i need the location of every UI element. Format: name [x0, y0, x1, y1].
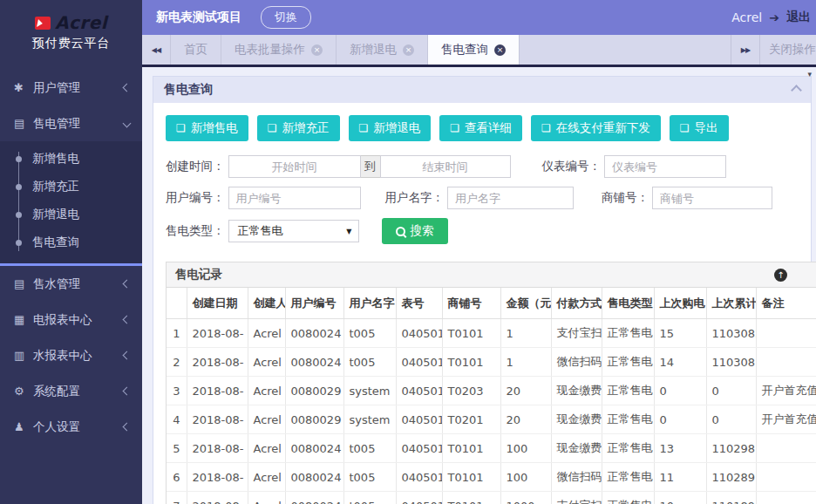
form-row-1: 创建时间： 到 仪表编号：: [166, 155, 799, 178]
arrow-circle-up-icon[interactable]: ↑: [774, 269, 787, 282]
search-button[interactable]: 搜索: [382, 218, 448, 244]
query-panel-title: 售电查询: [164, 82, 213, 98]
chevron-down-icon: [123, 119, 132, 128]
table-row[interactable]: 42018-08-Acrel0080029system04050102T0201…: [167, 405, 816, 434]
sidebar-item[interactable]: ▦电报表中心: [0, 302, 142, 337]
toolbar-button[interactable]: ❏新增售电: [166, 115, 248, 141]
tab-bar: ◀◀ 首页电表批量操作×新增退电×售电查询× ▶▶ 关闭操作: [142, 35, 816, 67]
sidebar-item[interactable]: ✱用户管理: [0, 70, 142, 106]
tab[interactable]: 电表批量操作×: [221, 35, 337, 65]
toolbar-button[interactable]: ❏在线支付重新下发: [531, 115, 661, 141]
tab-close-icon[interactable]: ×: [494, 44, 506, 56]
form-row-3: 售电类型： 正常售电 ▼ 搜索: [166, 218, 799, 244]
bullet-icon: [16, 240, 22, 246]
table-row[interactable]: 22018-08-Acrel0080024t00504050101T01011微…: [167, 348, 816, 377]
table-cell: 支付宝扫码: [551, 319, 602, 348]
form-row-2: 用户编号： 用户名字： 商铺号：: [166, 187, 799, 209]
table-cell: 支付宝扫码: [551, 492, 602, 504]
sidebar-item[interactable]: ▤售电管理: [0, 106, 142, 141]
shop-no-input[interactable]: [652, 187, 772, 209]
app-root: Acrel 预付费云平台 ✱用户管理▤售电管理新增售电新增充正新增退电售电查询▤…: [0, 0, 816, 504]
table-cell: 2018-08-: [187, 319, 248, 348]
query-panel-body: ❏新增售电❏新增充正❏新增退电❏查看详细❏在线支付重新下发❏导出 创建时间： 到…: [153, 103, 811, 504]
sale-type-select[interactable]: 正常售电 ▼: [228, 220, 359, 242]
close-operations-button[interactable]: 关闭操作: [760, 35, 816, 65]
search-icon: [396, 227, 405, 236]
caret-down-icon: ▼: [346, 228, 351, 235]
sidebar-item[interactable]: ⚙系统配置: [0, 373, 142, 409]
table-icon: ▦: [14, 313, 33, 326]
sidebar-subitem[interactable]: 新增售电: [0, 145, 142, 173]
tab[interactable]: 首页: [171, 35, 221, 65]
table-cell: 5: [167, 434, 187, 463]
user-name-input[interactable]: [447, 187, 574, 209]
start-time-input[interactable]: [228, 155, 361, 178]
tabs: 首页电表批量操作×新增退电×售电查询×: [170, 35, 520, 65]
table-cell: t005: [343, 463, 396, 492]
tabs-scroll-left-icon[interactable]: ◀◀: [142, 35, 170, 65]
table-cell: t005: [343, 434, 396, 463]
table-cell: 11: [654, 463, 706, 492]
tab-close-icon[interactable]: ×: [311, 44, 323, 56]
column-header: 用户编号: [285, 288, 343, 319]
tab-close-icon[interactable]: ×: [403, 44, 414, 56]
sidebar-subitem[interactable]: 新增充正: [0, 173, 142, 201]
tabbar-spacer: [520, 35, 731, 65]
table-cell: 1101891.: [706, 492, 756, 504]
logout-link[interactable]: 退出: [786, 10, 811, 25]
table-cell: 04050102: [396, 405, 442, 434]
table-cell: 2018-08-: [187, 348, 248, 377]
sidebar: Acrel 预付费云平台 ✱用户管理▤售电管理新增售电新增充正新增退电售电查询▤…: [0, 0, 142, 504]
table-cell: 正常售电: [602, 434, 654, 463]
meter-no-input[interactable]: [604, 155, 726, 178]
sidebar-subitem[interactable]: 新增退电: [0, 201, 142, 228]
table-cell: 04050102: [396, 377, 442, 405]
tab-label: 电表批量操作: [235, 42, 305, 58]
toolbar-button[interactable]: ❏查看详细: [439, 115, 522, 141]
toolbar-button[interactable]: ❏新增充正: [257, 115, 340, 141]
sidebar-item-label: 系统配置: [33, 384, 124, 399]
card-icon: ▤: [14, 117, 33, 130]
table-row[interactable]: 72018-08-Acrel0080024t00504050101T010110…: [167, 492, 816, 504]
table-cell: 04050101: [396, 463, 442, 492]
logout-icon[interactable]: ➔: [769, 10, 779, 24]
table-cell: 0: [706, 377, 756, 405]
table-cell: 正常售电: [602, 348, 654, 377]
collapse-panel-icon[interactable]: [791, 85, 802, 96]
corner-arrow-icon[interactable]: ▾: [807, 70, 812, 78]
table-row[interactable]: 52018-08-Acrel0080024t00504050101T010110…: [167, 434, 816, 463]
tabs-scroll-right-icon[interactable]: ▶▶: [731, 35, 760, 65]
sidebar-item-label: 个人设置: [33, 419, 124, 435]
column-header: 上次累计: [706, 288, 756, 319]
column-header: 创建人: [248, 288, 285, 319]
table-row[interactable]: 12018-08-Acrel0080024t00504050101T01011支…: [167, 319, 816, 348]
table-cell: 7: [167, 492, 187, 504]
sidebar-item[interactable]: ♟个人设置: [0, 409, 142, 445]
search-form: 创建时间： 到 仪表编号： 用户编号： 用户名字： 商铺号：: [153, 146, 811, 255]
table-cell: Acrel: [248, 463, 285, 492]
table-cell: [756, 492, 816, 504]
toolbar: ❏新增售电❏新增充正❏新增退电❏查看详细❏在线支付重新下发❏导出: [153, 103, 811, 146]
tab[interactable]: 新增退电×: [337, 35, 428, 65]
table-cell: 正常售电: [602, 377, 654, 405]
user-no-input[interactable]: [228, 187, 361, 209]
table-row[interactable]: 62018-08-Acrel0080024t00504050101T010110…: [167, 463, 816, 492]
table-cell: T0101: [442, 463, 500, 492]
table-cell: Acrel: [248, 492, 285, 504]
column-header: 上次购电: [654, 288, 706, 319]
end-time-input[interactable]: [380, 155, 511, 178]
sidebar-item[interactable]: ▤售水管理: [0, 266, 142, 302]
sidebar-item[interactable]: ▥水报表中心: [0, 337, 142, 373]
table-cell: 正常售电: [602, 492, 654, 504]
switch-project-button[interactable]: 切换: [261, 6, 311, 29]
toolbar-button[interactable]: ❏新增退电: [349, 115, 432, 141]
toolbar-button[interactable]: ❏导出: [670, 115, 729, 141]
sidebar-subitem[interactable]: 售电查询: [0, 228, 142, 256]
table-cell: 2018-08-: [187, 492, 248, 504]
file-icon: ❏: [541, 122, 551, 134]
table-cell: 1102891.: [706, 463, 756, 492]
table-row[interactable]: 32018-08-Acrel0080029system04050102T0203…: [167, 377, 816, 405]
table-cell: 1103081.: [706, 348, 756, 377]
tab[interactable]: 售电查询×: [428, 35, 520, 65]
table-cell: 1: [167, 319, 187, 348]
